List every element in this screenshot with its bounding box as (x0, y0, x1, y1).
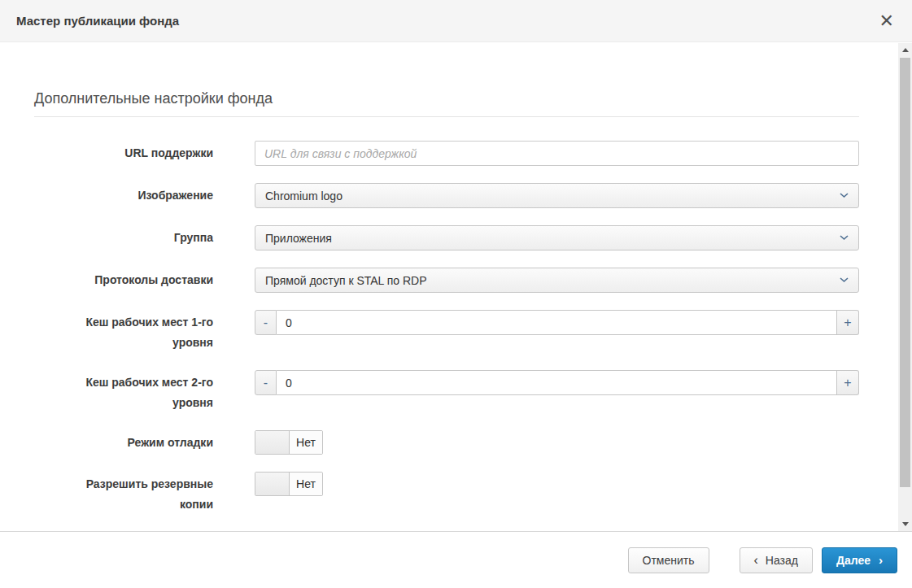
decrement-button[interactable]: - (255, 370, 277, 395)
cache-level1-spinner: - + (255, 310, 859, 335)
cache-level1-input[interactable] (277, 310, 837, 335)
chevron-right-icon: › (879, 554, 883, 566)
dialog-footer: Отменить ‹ Назад Далее › (0, 531, 912, 588)
group-label: Группа (71, 225, 213, 248)
allow-backups-control: Нет (255, 472, 859, 496)
dialog-title: Мастер публикации фонда (16, 14, 179, 28)
triangle-up-icon (902, 48, 909, 52)
cancel-button-label: Отменить (643, 554, 695, 567)
form-row-image: Изображение Chromium logo (34, 183, 898, 208)
debug-mode-toggle[interactable]: Нет (255, 430, 323, 455)
image-selected-value: Chromium logo (265, 189, 840, 203)
image-select[interactable]: Chromium logo (255, 183, 859, 208)
chevron-down-icon (840, 235, 849, 241)
cache-level1-label: Кеш рабочих мест 1-го уровня (71, 310, 213, 353)
scroll-up-button[interactable] (898, 43, 912, 57)
debug-mode-label: Режим отладки (71, 430, 213, 453)
support-url-control (255, 141, 859, 166)
allow-backups-toggle[interactable]: Нет (255, 472, 323, 496)
triangle-down-icon (902, 522, 909, 526)
form-row-group: Группа Приложения (34, 225, 898, 250)
toggle-state-label: Нет (290, 473, 322, 495)
toggle-knob (255, 473, 290, 495)
next-button[interactable]: Далее › (822, 547, 897, 573)
form-row-cache-level2: Кеш рабочих мест 2-го уровня - + (34, 370, 898, 413)
cancel-button[interactable]: Отменить (628, 547, 709, 573)
image-label: Изображение (71, 183, 213, 206)
cache-level2-input[interactable] (277, 370, 837, 395)
delivery-protocols-control: Прямой доступ к STAL по RDP (255, 268, 859, 293)
toggle-state-label: Нет (290, 431, 322, 454)
increment-button[interactable]: + (837, 310, 859, 335)
scroll-thumb[interactable] (900, 58, 910, 487)
increment-button[interactable]: + (837, 370, 859, 395)
group-control: Приложения (255, 225, 859, 250)
allow-backups-label: Разрешить резервные копии (71, 472, 213, 515)
close-icon[interactable]: ✕ (879, 12, 894, 30)
debug-mode-control: Нет (255, 430, 859, 455)
support-url-input[interactable] (255, 141, 859, 166)
dialog-content: Дополнительные настройки фонда URL подде… (0, 42, 898, 531)
support-url-label: URL поддержки (71, 141, 213, 163)
cache-level2-label: Кеш рабочих мест 2-го уровня (71, 370, 213, 413)
next-button-label: Далее (836, 554, 871, 567)
form-row-debug-mode: Режим отладки Нет (34, 430, 898, 455)
dialog-header: Мастер публикации фонда ✕ (0, 0, 912, 42)
section-title: Дополнительные настройки фонда (34, 90, 898, 107)
image-control: Chromium logo (255, 183, 859, 208)
section-divider (34, 116, 859, 117)
chevron-down-icon (840, 277, 849, 283)
form-row-delivery-protocols: Протоколы доставки Прямой доступ к STAL … (34, 268, 898, 293)
group-selected-value: Приложения (265, 232, 840, 245)
form-row-cache-level1: Кеш рабочих мест 1-го уровня - + (34, 310, 898, 353)
scrollbar[interactable] (898, 43, 912, 531)
back-button-label: Назад (766, 554, 798, 567)
wizard-dialog: Мастер публикации фонда ✕ Дополнительные… (0, 0, 912, 588)
delivery-protocols-select[interactable]: Прямой доступ к STAL по RDP (255, 268, 859, 293)
decrement-button[interactable]: - (255, 310, 277, 335)
cache-level2-control: - + (255, 370, 859, 395)
form-row-allow-backups: Разрешить резервные копии Нет (34, 472, 898, 515)
delivery-protocols-selected-value: Прямой доступ к STAL по RDP (265, 274, 840, 287)
group-select[interactable]: Приложения (255, 225, 859, 250)
back-button[interactable]: ‹ Назад (740, 547, 813, 573)
cache-level1-control: - + (255, 310, 859, 335)
chevron-left-icon: ‹ (754, 554, 758, 567)
cache-level2-spinner: - + (255, 370, 859, 395)
form-row-support-url: URL поддержки (34, 141, 898, 166)
chevron-down-icon (840, 193, 849, 198)
delivery-protocols-label: Протоколы доставки (71, 268, 213, 290)
toggle-knob (255, 431, 290, 454)
settings-form: URL поддержки Изображение Chromium logo (34, 141, 898, 515)
scroll-down-button[interactable] (898, 517, 912, 531)
